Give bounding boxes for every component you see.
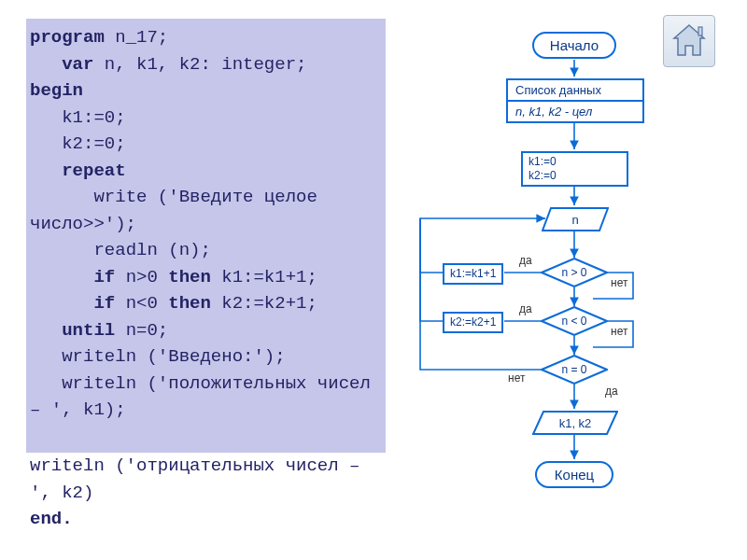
keyword-end: end.: [30, 509, 73, 529]
keyword-program: program: [30, 27, 105, 48]
code-panel: program n_17; var n, k1, k2: integer; be…: [26, 19, 386, 453]
code-line: begin: [30, 77, 382, 105]
code-line: if n<0 then k2:=k2+1;: [30, 290, 382, 317]
keyword-if: if: [93, 293, 115, 314]
code-line: writeln ('положительных чисел – ', k1);: [30, 371, 382, 424]
flow-data-body: n, k1, k2 - цел: [508, 102, 642, 121]
keyword-var: var: [62, 54, 93, 75]
flow-output: k1, k2: [532, 411, 618, 435]
flow-cond-n-zero: n = 0: [541, 355, 608, 385]
label-no: нет: [611, 276, 627, 289]
label-no: нет: [611, 325, 627, 338]
code-overflow: writeln ('отрицательных чисел – ', k2) e…: [26, 453, 386, 533]
code-line: end.: [30, 506, 382, 533]
flow-init: k1:=0 k2:=0: [521, 151, 628, 187]
label-yes: да: [519, 302, 532, 315]
flow-cond-n-neg: n < 0: [541, 306, 608, 336]
flow-start: Начало: [532, 32, 616, 59]
keyword-repeat: repeat: [62, 161, 125, 181]
flow-act-k2: k2:=k2+1: [443, 312, 503, 333]
code-line: write ('Введите целое число>>');: [30, 184, 382, 237]
code-line: writeln ('отрицательных чисел – ', k2): [30, 453, 382, 506]
keyword-until: until: [62, 320, 115, 341]
keyword-then: then: [168, 293, 211, 314]
flow-data-header: Список данных: [508, 80, 642, 102]
code-line: readln (n);: [30, 237, 382, 264]
flow-data-block: Список данных n, k1, k2 - цел: [506, 78, 644, 123]
code-line: k1:=0;: [30, 105, 382, 132]
label-no: нет: [508, 371, 525, 385]
code-line: if n>0 then k1:=k1+1;: [30, 264, 382, 291]
code-line: var n, k1, k2: integer;: [30, 51, 382, 78]
code-line: k2:=0;: [30, 131, 382, 158]
code-line: repeat: [30, 158, 382, 185]
flow-act-k1: k1:=k1+1: [443, 263, 503, 285]
keyword-begin: begin: [30, 80, 83, 101]
label-yes: да: [519, 254, 532, 267]
flow-end: Конец: [535, 461, 613, 488]
flow-cond-n-pos: n > 0: [541, 258, 608, 287]
flow-input-n: n: [542, 207, 609, 231]
code-line: until n=0;: [30, 317, 382, 344]
flowchart: Начало Список данных n, k1, k2 - цел k1:…: [402, 19, 728, 541]
keyword-then: then: [168, 267, 211, 287]
keyword-if: if: [93, 267, 115, 287]
code-line: writeln ('Введено:');: [30, 343, 382, 371]
code-line: program n_17;: [30, 24, 382, 51]
label-yes: да: [605, 385, 618, 398]
